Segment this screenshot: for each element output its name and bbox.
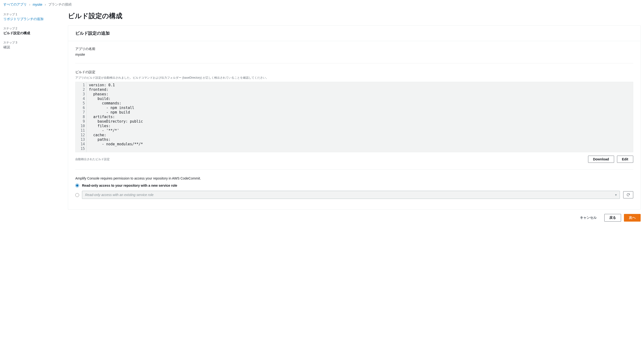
build-settings-panel: ビルド設定の追加 アプリの名前 mysite ビルドの設定 アプリのビルド設定が…: [68, 25, 641, 210]
cancel-button[interactable]: キャンセル: [575, 214, 602, 222]
step-1[interactable]: ステップ 1 リポジトリブランチの追加: [3, 12, 58, 21]
wizard-actions: キャンセル 戻る 次へ: [68, 210, 641, 224]
radio-existing-service-role[interactable]: Read-only access with an existing servic…: [75, 191, 633, 199]
breadcrumb: すべてのアプリ › mysite › ブランチの接続: [3, 2, 641, 7]
step-title: リポジトリブランチの追加: [3, 17, 58, 21]
step-label: ステップ 1: [3, 12, 58, 16]
app-name-value: mysite: [75, 52, 633, 56]
radio-new-service-role[interactable]: Read-only access to your repository with…: [75, 184, 633, 188]
build-settings-desc: アプリのビルド設定が自動検出されました。ビルドコマンドおよび出力フォルダー (b…: [75, 76, 633, 80]
radio-input-new[interactable]: [75, 184, 79, 188]
step-3: ステップ 3 確認: [3, 41, 58, 50]
panel-header: ビルド設定の追加: [68, 26, 640, 41]
next-button[interactable]: 次へ: [624, 214, 641, 222]
wizard-sidebar: ステップ 1 リポジトリブランチの追加 ステップ 2 ビルド設定の構成 ステップ…: [3, 12, 58, 224]
yaml-editor[interactable]: 123456789101112131415 version: 0.1fronte…: [75, 82, 633, 152]
step-label: ステップ 2: [3, 26, 58, 30]
chevron-right-icon: ›: [29, 3, 30, 6]
line-gutter: 123456789101112131415: [76, 82, 86, 152]
divider: [75, 63, 633, 63]
radio-label: Read-only access to your repository with…: [82, 184, 177, 188]
breadcrumb-app-link[interactable]: mysite: [33, 3, 42, 6]
step-2: ステップ 2 ビルド設定の構成: [3, 26, 58, 36]
permission-description: Amplify Console requires permission to a…: [75, 176, 633, 180]
step-title: 確認: [3, 45, 58, 50]
breadcrumb-all-apps[interactable]: すべてのアプリ: [3, 2, 27, 7]
app-name-label: アプリの名前: [75, 47, 633, 51]
caret-down-icon: ▾: [615, 193, 617, 197]
edit-button[interactable]: Edit: [617, 156, 633, 163]
step-title: ビルド設定の構成: [3, 31, 58, 36]
divider: [75, 170, 633, 170]
refresh-button[interactable]: [623, 191, 633, 198]
refresh-icon: [626, 193, 630, 197]
auto-detected-label: 自動検出されたビルド設定: [75, 157, 110, 161]
radio-input-existing[interactable]: [75, 193, 79, 197]
step-label: ステップ 3: [3, 41, 58, 45]
breadcrumb-current: ブランチの接続: [48, 2, 72, 7]
select-placeholder: Read-only access with an existing servic…: [85, 193, 154, 197]
download-button[interactable]: Download: [588, 156, 614, 163]
chevron-right-icon: ›: [45, 3, 46, 6]
code-content[interactable]: version: 0.1frontend: phases: build: com…: [86, 82, 633, 152]
build-settings-label: ビルドの設定: [75, 70, 633, 74]
back-button[interactable]: 戻る: [604, 214, 621, 222]
page-title: ビルド設定の構成: [68, 12, 641, 20]
existing-role-select: Read-only access with an existing servic…: [82, 191, 620, 199]
